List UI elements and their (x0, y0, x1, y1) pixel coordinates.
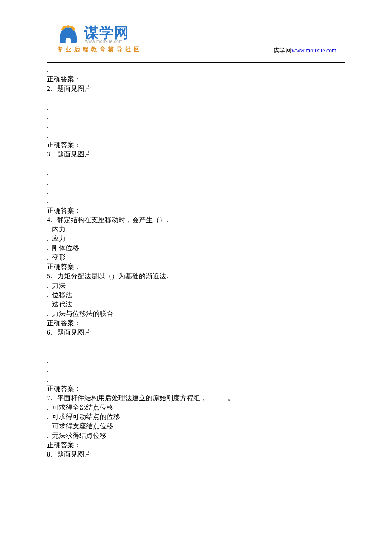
logo-title: 谋学网 (84, 25, 129, 40)
option: . 迭代法 (47, 300, 345, 309)
option: . 应力 (47, 234, 345, 243)
header-right-prefix: 谋学网 (274, 47, 291, 54)
option-placeholder: . (47, 197, 345, 206)
question-stem: 6. 题面见图片 (47, 328, 345, 337)
option-placeholder: . (47, 112, 345, 121)
logo-icon (55, 25, 81, 44)
answer-label: 正确答案： (47, 384, 345, 393)
option-placeholder: . (47, 65, 345, 75)
document-body: . 正确答案： 2. 题面见图片 . . . . 正确答案： 3. 题面见图片 … (47, 65, 345, 459)
answer-label: 正确答案： (47, 75, 345, 84)
logo-url-text: www.mouxue.com (85, 39, 129, 44)
option-placeholder: . (47, 131, 345, 140)
option: . 可求得可动结点的位移 (47, 412, 345, 422)
answer-label: 正确答案： (47, 440, 345, 450)
option-placeholder: . (47, 168, 345, 178)
answer-label: 正确答案： (47, 140, 345, 150)
answer-label: 正确答案： (47, 206, 345, 215)
question-stem: 4. 静定结构在支座移动时，会产生（）。 (47, 215, 345, 225)
header-divider (47, 62, 345, 63)
option: . 位移法 (47, 290, 345, 300)
option: . 内力 (47, 225, 345, 234)
header-link[interactable]: www.mouxue.com (291, 47, 337, 54)
option-placeholder: . (47, 187, 345, 197)
answer-label: 正确答案： (47, 262, 345, 272)
option: . 可求得全部结点位移 (47, 403, 345, 412)
question-stem: 3. 题面见图片 (47, 150, 345, 159)
option: . 力法与位移法的联合 (47, 309, 345, 318)
page-header: 谋学网 www.mouxue.com 专业远程教育辅导社区 谋学网www.mou… (47, 26, 345, 61)
question-stem: 7. 平面杆件结构用后处理法建立的原始刚度方程组，______。 (47, 393, 345, 403)
option: . 刚体位移 (47, 243, 345, 253)
option-placeholder: . (47, 103, 345, 112)
question-stem: 5. 力矩分配法是以（）为基础的渐近法。 (47, 272, 345, 281)
logo-subtitle: 专业远程教育辅导社区 (57, 46, 142, 53)
option-placeholder: . (47, 375, 345, 384)
option-placeholder: . (47, 121, 345, 131)
header-right: 谋学网www.mouxue.com (274, 47, 337, 55)
option: . 无法求得结点位移 (47, 431, 345, 440)
question-stem: 2. 题面见图片 (47, 84, 345, 93)
option: . 变形 (47, 253, 345, 262)
question-stem: 8. 题面见图片 (47, 450, 345, 459)
site-logo: 谋学网 www.mouxue.com 专业远程教育辅导社区 (55, 25, 142, 53)
svg-point-0 (67, 25, 69, 28)
option-placeholder: . (47, 365, 345, 375)
page: 谋学网 www.mouxue.com 专业远程教育辅导社区 谋学网www.mou… (0, 0, 392, 555)
option: . 力法 (47, 281, 345, 290)
answer-label: 正确答案： (47, 318, 345, 328)
option-placeholder: . (47, 347, 345, 356)
option-placeholder: . (47, 356, 345, 365)
option: . 可求得支座结点位移 (47, 422, 345, 431)
option-placeholder: . (47, 178, 345, 187)
